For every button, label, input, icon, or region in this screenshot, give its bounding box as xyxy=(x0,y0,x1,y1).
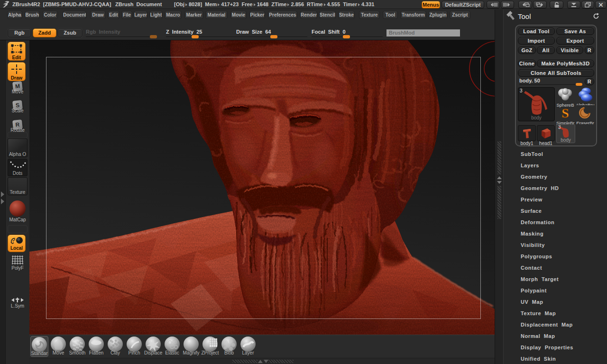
svg-text:S: S xyxy=(561,106,569,119)
